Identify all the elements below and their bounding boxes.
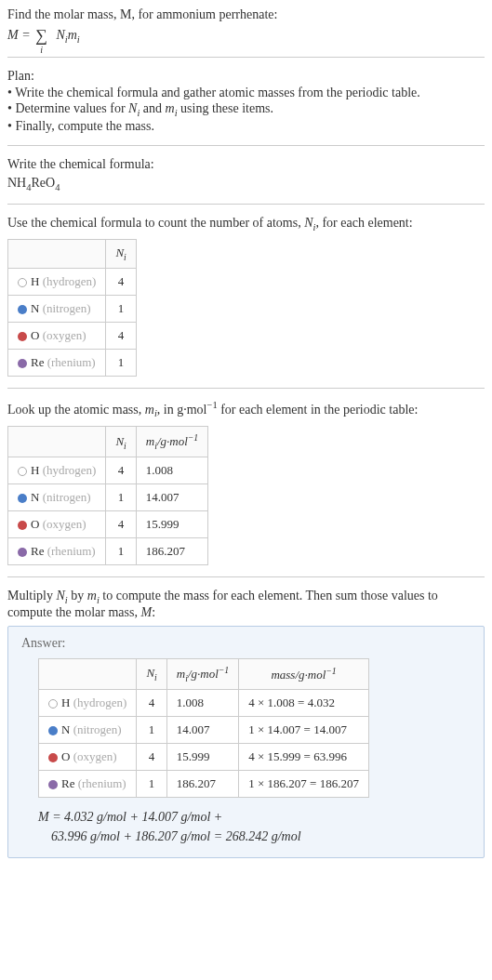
table-header-mi: mi/g·mol−1 [166, 659, 238, 690]
element-cell: Re (rhenium) [39, 771, 137, 798]
table-row: Re (rhenium) 1 186.207 1 × 186.207 = 186… [39, 771, 369, 798]
element-cell: O (oxygen) [39, 744, 137, 771]
table-row: Re (rhenium) 1 186.207 [8, 538, 208, 565]
table-row: N (nitrogen) 1 [8, 295, 137, 322]
element-dot-icon [18, 278, 27, 287]
lookup-intro: Look up the atomic mass, mi, in g·mol−1 … [7, 400, 485, 418]
element-symbol: Re [61, 776, 74, 790]
multiply-b: by [68, 589, 87, 603]
chem-part: ReO [31, 176, 55, 190]
multiply-N: N [57, 589, 65, 603]
element-name: (nitrogen) [73, 722, 122, 736]
element-dot-icon [18, 521, 27, 530]
element-dot-icon [18, 467, 27, 476]
table-header-empty [8, 427, 106, 457]
var-mi-sub: i [77, 34, 80, 45]
count-intro-N: N [304, 216, 312, 230]
table-row: O (oxygen) 4 15.999 4 × 15.999 = 63.996 [39, 744, 369, 771]
n-value: 1 [137, 717, 166, 744]
intro-section: Find the molar mass, M, for ammonium per… [7, 7, 485, 46]
element-symbol: O [31, 328, 39, 342]
element-dot-icon [18, 548, 27, 557]
element-dot-icon [18, 305, 27, 314]
chem-formula-section: Write the chemical formula: NH4ReO4 [7, 157, 485, 192]
element-symbol: H [31, 463, 39, 477]
element-cell: O (oxygen) [8, 322, 106, 349]
table-row: O (oxygen) 4 15.999 [8, 511, 208, 538]
divider [7, 576, 485, 577]
n-value: 4 [106, 457, 136, 484]
n-value: 4 [106, 268, 136, 295]
element-name: (oxygen) [43, 517, 86, 531]
element-cell: N (nitrogen) [8, 484, 106, 511]
table-row: H (hydrogen) 4 1.008 4 × 1.008 = 4.032 [39, 690, 369, 717]
table-header-row: Ni [8, 240, 137, 269]
element-dot-icon [48, 726, 58, 735]
var-N: N [56, 28, 64, 42]
lookup-intro-exp: −1 [206, 400, 217, 410]
chem-formula: NH4ReO4 [7, 176, 485, 192]
table-header-empty [39, 659, 137, 690]
lookup-table: Ni mi/g·mol−1 H (hydrogen) 4 1.008 N (ni… [7, 426, 208, 565]
plan-list: • Write the chemical formula and gather … [7, 86, 485, 134]
element-symbol: O [31, 517, 39, 531]
table-row: H (hydrogen) 4 1.008 [8, 457, 208, 484]
count-section: Use the chemical formula to count the nu… [7, 216, 485, 377]
plan-item: • Finally, compute the mass. [7, 119, 485, 134]
sigma-glyph: ∑ [35, 26, 47, 45]
count-intro: Use the chemical formula to count the nu… [7, 216, 485, 232]
n-value: 4 [137, 744, 166, 771]
divider [7, 204, 485, 205]
element-cell: N (nitrogen) [8, 295, 106, 322]
plan-section: Plan: • Write the chemical formula and g… [7, 69, 485, 134]
element-symbol: N [31, 301, 39, 315]
table-header-ni: Ni [137, 659, 166, 690]
divider [7, 145, 485, 146]
m-value: 186.207 [136, 538, 207, 565]
table-row: N (nitrogen) 1 14.007 1 × 14.007 = 14.00… [39, 717, 369, 744]
table-header-ni: Ni [106, 427, 136, 457]
n-value: 1 [106, 484, 136, 511]
multiply-d: : [152, 605, 155, 619]
n-value: 1 [106, 349, 136, 376]
plan-item: • Write the chemical formula and gather … [7, 86, 485, 100]
table-row: O (oxygen) 4 [8, 322, 137, 349]
table-header-mass: mass/g·mol−1 [239, 659, 369, 690]
answer-box: Answer: Ni mi/g·mol−1 mass/g·mol−1 H (hy… [7, 626, 485, 858]
answer-label: Answer: [21, 636, 471, 651]
element-symbol: N [61, 722, 70, 736]
element-name: (hydrogen) [43, 274, 97, 288]
multiply-M: M [140, 605, 152, 619]
count-intro-b: , for each element: [315, 216, 412, 230]
element-name: (hydrogen) [43, 463, 97, 477]
formula-lhs: M = [7, 28, 33, 42]
n-value: 4 [137, 690, 166, 717]
formula-rhs: Nimi [56, 28, 79, 42]
element-name: (rhenium) [47, 544, 96, 558]
divider [7, 388, 485, 389]
element-symbol: N [31, 490, 39, 504]
element-cell: Re (rhenium) [8, 538, 106, 565]
answer-table: Ni mi/g·mol−1 mass/g·mol−1 H (hydrogen) … [38, 658, 369, 798]
n-value: 4 [106, 322, 136, 349]
n-value: 1 [106, 295, 136, 322]
mass-value: 4 × 15.999 = 63.996 [239, 744, 369, 771]
element-cell: O (oxygen) [8, 511, 106, 538]
element-dot-icon [48, 753, 58, 762]
m-value: 15.999 [166, 744, 238, 771]
element-dot-icon [18, 494, 27, 503]
multiply-m: m [87, 589, 97, 603]
final-line-2: 63.996 g/mol + 186.207 g/mol = 268.242 g… [51, 827, 471, 846]
element-name: (hydrogen) [73, 695, 127, 709]
element-symbol: Re [31, 355, 44, 369]
element-dot-icon [48, 780, 58, 789]
m-value: 14.007 [166, 717, 238, 744]
n-value: 1 [106, 538, 136, 565]
intro-text: Find the molar mass, M, for ammonium per… [7, 7, 277, 21]
element-cell: H (hydrogen) [8, 268, 106, 295]
m-value: 1.008 [136, 457, 207, 484]
n-value: 4 [106, 511, 136, 538]
element-cell: H (hydrogen) [39, 690, 137, 717]
table-row: Re (rhenium) 1 [8, 349, 137, 376]
n-value: 1 [137, 771, 166, 798]
